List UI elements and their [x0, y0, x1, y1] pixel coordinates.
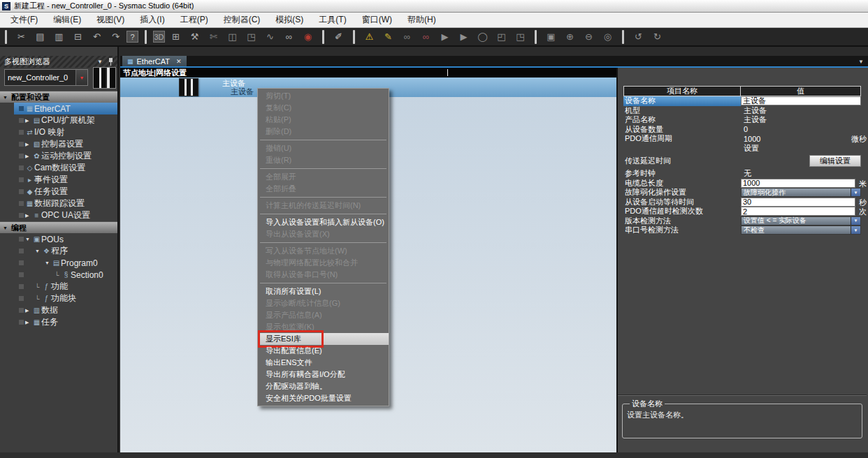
- menu-item-4[interactable]: 工程(P): [173, 13, 216, 27]
- collapsed-arrow-icon[interactable]: ▶: [25, 308, 32, 313]
- redo-icon[interactable]: ↷: [108, 29, 124, 44]
- sidebar-item-程序[interactable]: ▼❖程序: [0, 245, 117, 257]
- search-icon[interactable]: ∞: [281, 29, 297, 44]
- context-menu-item-全部折叠[interactable]: 全部折叠: [258, 183, 389, 195]
- screen1-icon[interactable]: ◰: [493, 29, 509, 44]
- run-icon[interactable]: ▶: [437, 29, 453, 44]
- cut-icon[interactable]: ✂: [13, 29, 29, 44]
- copy-icon[interactable]: ▤: [32, 29, 48, 44]
- context-menu-item-安全相关的PDO批量设置[interactable]: 安全相关的PDO批量设置: [258, 392, 389, 404]
- build-icon[interactable]: ⚒: [187, 29, 203, 44]
- context-menu-item-输出ENS文件[interactable]: 输出ENS文件: [258, 357, 389, 369]
- context-menu-item-全部展开[interactable]: 全部展开: [258, 171, 389, 183]
- context-menu-item-导入从设备设置和插入新从设备(O)[interactable]: 导入从设备设置和插入新从设备(O): [258, 216, 389, 228]
- 电缆总长度-input[interactable]: [741, 179, 855, 188]
- menu-item-9[interactable]: 帮助(H): [400, 13, 444, 27]
- pin-icon[interactable]: [108, 58, 113, 66]
- zoom-100-icon[interactable]: ◎: [600, 29, 616, 44]
- 故障弱化操作设置-dropdown[interactable]: 故障弱化操作▼: [741, 188, 861, 197]
- tree-section-配置和设置[interactable]: ▼配置和设置: [0, 91, 117, 103]
- sidebar-item-CPU/扩展机架[interactable]: ▶▤CPU/扩展机架: [0, 114, 117, 126]
- menu-item-5[interactable]: 控制器(C): [216, 13, 268, 27]
- sidebar-item-数据跟踪设置[interactable]: ▦数据跟踪设置: [0, 198, 117, 209]
- paste-icon[interactable]: ▥: [51, 29, 67, 44]
- tab-ethercat[interactable]: ▦ EtherCAT ✕: [122, 56, 187, 66]
- context-menu-item-取消所有设置(L)[interactable]: 取消所有设置(L): [258, 286, 389, 297]
- context-menu-item-剪切(T)[interactable]: 剪切(T): [258, 90, 389, 102]
- collapsed-arrow-icon[interactable]: ▶: [25, 142, 32, 147]
- context-menu-item-取得从设备串口号(N)[interactable]: 取得从设备串口号(N): [258, 269, 389, 281]
- watch-window-icon[interactable]: ◫: [224, 29, 240, 44]
- context-menu-item-计算主机的传送延迟时间(N)[interactable]: 计算主机的传送延迟时间(N): [258, 200, 389, 212]
- collapsed-arrow-icon[interactable]: ▶: [25, 213, 32, 219]
- 设备名称-input[interactable]: [741, 96, 861, 105]
- sidebar-item-功能[interactable]: └ƒ功能: [0, 281, 117, 293]
- troubleshoot-icon[interactable]: ◉: [300, 29, 316, 44]
- context-menu-item-写入从设备节点地址(W)[interactable]: 写入从设备节点地址(W): [258, 245, 389, 257]
- context-menu-item-显示产品信息(A)[interactable]: 显示产品信息(A): [258, 309, 389, 321]
- sidebar-item-POUs[interactable]: ▼▣POUs: [0, 233, 117, 245]
- undo-icon[interactable]: ↶: [89, 29, 105, 44]
- expanded-arrow-icon[interactable]: ▼: [25, 237, 32, 242]
- 版本检测方法-dropdown[interactable]: 设置值 < = 实际设备▼: [741, 216, 861, 226]
- context-menu-item-重做(R)[interactable]: 重做(R): [258, 154, 389, 166]
- controller-selector[interactable]: new_Controller_0 ▼: [4, 69, 88, 86]
- context-menu-item-导出所有耦合器I/O分配[interactable]: 导出所有耦合器I/O分配: [258, 369, 389, 381]
- menu-item-0[interactable]: 文件(F): [3, 13, 45, 27]
- menu-item-7[interactable]: 工具(T): [311, 13, 354, 27]
- dropdown-arrow-icon[interactable]: ▼: [851, 217, 860, 225]
- context-menu-item-粘贴(P)[interactable]: 粘贴(P): [258, 114, 389, 126]
- context-menu-item-导出配置信息(E)[interactable]: 导出配置信息(E): [258, 345, 389, 357]
- PDO通信超时检测次数-input[interactable]: [741, 207, 855, 216]
- sidebar-item-I/O 映射[interactable]: ⇄I/O 映射: [0, 126, 117, 138]
- edit-mode-icon[interactable]: ✐: [331, 29, 347, 44]
- view-3d-icon[interactable]: 3D: [153, 31, 165, 43]
- sidebar-item-Program0[interactable]: ▼▤Program0: [0, 257, 117, 269]
- watch-window2-icon[interactable]: ◳: [243, 29, 259, 44]
- tab-overflow-icon[interactable]: ▼: [858, 59, 864, 65]
- menu-item-3[interactable]: 插入(I): [132, 13, 172, 27]
- sidebar-item-Section0[interactable]: └§Section0: [0, 269, 117, 281]
- menu-item-8[interactable]: 窗口(W): [354, 13, 400, 27]
- sidebar-item-Cam数据设置[interactable]: ◇Cam数据设置: [0, 162, 117, 174]
- screen2-icon[interactable]: ◳: [512, 29, 528, 44]
- variable-icon[interactable]: ✄: [205, 29, 222, 44]
- context-menu-item-复制(C)[interactable]: 复制(C): [258, 102, 389, 114]
- force-warning-icon[interactable]: ✎: [380, 29, 396, 44]
- context-menu-item-分配驱动器到轴。[interactable]: 分配驱动器到轴。: [258, 381, 389, 392]
- expanded-arrow-icon[interactable]: ▼: [35, 249, 42, 253]
- edit-settings-button[interactable]: 编辑设置: [809, 155, 861, 167]
- chevron-down-icon[interactable]: ▼: [97, 59, 103, 65]
- controller-dropdown-icon[interactable]: ▼: [75, 70, 87, 85]
- sidebar-item-任务[interactable]: ▶▦任务: [0, 316, 117, 328]
- dropdown-arrow-icon[interactable]: ▼: [851, 226, 860, 234]
- collapsed-arrow-icon[interactable]: ▶: [25, 118, 32, 124]
- tab-close-icon[interactable]: ✕: [176, 58, 182, 65]
- sidebar-item-运动控制设置[interactable]: ▶✿运动控制设置: [0, 150, 117, 162]
- sync-icon[interactable]: ◯: [475, 29, 491, 44]
- collapsed-arrow-icon[interactable]: ▶: [25, 154, 32, 159]
- expanded-arrow-icon[interactable]: ▼: [45, 260, 52, 265]
- context-menu-item-与物理网络配置比较和合并[interactable]: 与物理网络配置比较和合并: [258, 257, 389, 269]
- context-menu-item-删除(D)[interactable]: 删除(D): [258, 126, 389, 138]
- monitor-alert-icon[interactable]: ∞: [418, 29, 434, 44]
- 从设备启动等待时间-input[interactable]: [741, 198, 855, 207]
- context-menu-item-撤销(U)[interactable]: 撤销(U): [258, 142, 389, 154]
- tree-section-编程[interactable]: ▼编程: [0, 221, 117, 233]
- menu-item-2[interactable]: 视图(V): [89, 13, 132, 27]
- sidebar-item-EtherCAT[interactable]: ▦EtherCAT: [14, 103, 117, 114]
- sidebar-item-事件设置[interactable]: ▸事件设置: [0, 174, 117, 186]
- warning-icon[interactable]: ⚠: [361, 29, 377, 44]
- sidebar-item-OPC UA设置[interactable]: ▶≡OPC UA设置: [0, 209, 117, 221]
- monitor-glasses-icon[interactable]: ∞: [399, 29, 415, 44]
- menu-item-6[interactable]: 模拟(S): [268, 13, 311, 27]
- collapsed-arrow-icon[interactable]: ▶: [25, 320, 32, 325]
- selection-frame-icon[interactable]: ▣: [543, 29, 559, 44]
- rotate-cw-icon[interactable]: ↻: [649, 29, 665, 44]
- step-icon[interactable]: ▶: [456, 29, 472, 44]
- io-map-icon[interactable]: ∿: [262, 29, 278, 44]
- zoom-out-icon[interactable]: ⊖: [581, 29, 597, 44]
- menu-item-1[interactable]: 编辑(E): [45, 13, 89, 27]
- context-menu-item-显示包监测(K)[interactable]: 显示包监测(K): [258, 321, 389, 333]
- rotate-ccw-icon[interactable]: ↺: [630, 29, 646, 44]
